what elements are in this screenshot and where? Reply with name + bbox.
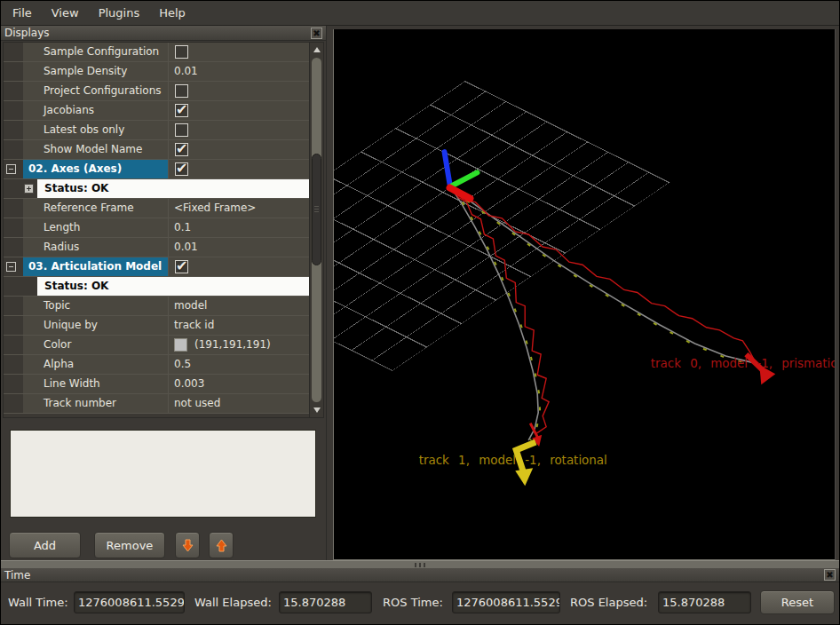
move-down-button[interactable] <box>175 532 200 558</box>
property-value[interactable]: 0.01 <box>168 62 309 81</box>
row-gutter <box>4 355 23 374</box>
time-splitter[interactable] <box>1 560 839 568</box>
tree-row[interactable]: Project Configurations <box>4 82 309 101</box>
checkbox[interactable] <box>175 260 188 273</box>
tree-row[interactable]: Latest obs only <box>4 121 309 140</box>
property-value[interactable]: <Fixed Frame> <box>168 199 309 218</box>
splitter-grip-icon <box>415 563 427 567</box>
property-value[interactable]: 0.5 <box>168 355 309 374</box>
panel-splitter[interactable] <box>326 26 332 560</box>
tree-row[interactable]: Radius 0.01 <box>4 238 309 257</box>
property-label: Latest obs only <box>23 121 168 139</box>
property-value[interactable]: (191,191,191) <box>194 336 271 354</box>
move-up-button[interactable] <box>209 532 234 558</box>
arrow-down-icon <box>182 539 194 552</box>
row-gutter <box>4 82 23 100</box>
tree-row-group-articulation[interactable]: 03. Articulation Model <box>4 257 309 277</box>
track-1-label: track 1, model -1, rotational <box>419 453 607 467</box>
row-gutter <box>4 375 23 393</box>
remove-button[interactable]: Remove <box>94 532 165 558</box>
tree-row-status[interactable]: Status: OK <box>4 179 309 199</box>
scrollbar-thumb[interactable] <box>312 154 321 265</box>
expand-plus-icon[interactable] <box>24 184 34 194</box>
property-label: Line Width <box>23 375 168 393</box>
time-panel-titlebar: Time ✖ <box>1 568 839 582</box>
track-0-label: track 0, model -1, prismatic <box>651 356 835 370</box>
menu-file[interactable]: File <box>3 3 42 23</box>
displays-buttons: Add Remove <box>1 532 326 558</box>
property-value[interactable]: model <box>168 297 309 315</box>
ros-elapsed-field[interactable]: 15.870288 <box>658 591 751 613</box>
track-0: track 0, model -1, prismatic <box>452 187 835 384</box>
property-label: Topic <box>23 297 168 315</box>
scroll-up-icon[interactable] <box>313 47 321 52</box>
collapse-minus-icon[interactable] <box>6 164 16 174</box>
row-gutter <box>4 336 23 354</box>
tree-row[interactable]: Alpha 0.5 <box>4 355 309 375</box>
status-text: Status: OK <box>37 179 309 198</box>
property-label: Project Configurations <box>23 82 168 100</box>
tree-row[interactable]: Sample Density 0.01 <box>4 62 309 82</box>
property-value[interactable]: not used <box>168 394 309 413</box>
checkbox[interactable] <box>175 123 188 137</box>
menu-help[interactable]: Help <box>149 3 195 23</box>
x-axis <box>450 187 471 198</box>
display-group-title[interactable]: 02. Axes (Axes) <box>23 160 168 178</box>
tree-row[interactable]: Length 0.1 <box>4 218 309 238</box>
property-tree: Sample Configuration Sample Density 0.01… <box>3 42 324 418</box>
tree-row[interactable]: Unique by track id <box>4 316 309 336</box>
row-gutter <box>4 316 23 335</box>
property-label: Sample Density <box>23 62 168 81</box>
reset-button[interactable]: Reset <box>760 590 835 614</box>
wall-elapsed-field[interactable]: 15.870288 <box>279 591 372 613</box>
wall-time-field[interactable]: 1276008611.55291 <box>74 591 185 613</box>
property-label: Unique by <box>23 316 168 335</box>
menu-plugins[interactable]: Plugins <box>89 3 150 23</box>
ros-time-field[interactable]: 1276008611.5529 <box>452 591 560 613</box>
checkbox[interactable] <box>175 162 188 176</box>
close-icon[interactable]: ✖ <box>311 28 322 39</box>
property-value[interactable]: track id <box>168 316 309 335</box>
property-value[interactable]: 0.01 <box>168 238 309 257</box>
menu-view[interactable]: View <box>42 3 89 23</box>
tree-row[interactable]: Show Model Name <box>4 140 309 160</box>
tree-row[interactable]: Track number not used <box>4 394 309 414</box>
3d-viewport[interactable]: track 0, model -1, prismatic track 1, mo… <box>333 29 836 560</box>
wall-elapsed-label: Wall Elapsed: <box>194 591 272 614</box>
scene-overlay: track 0, model -1, prismatic track 1, mo… <box>334 29 835 559</box>
tree-row[interactable]: Line Width 0.003 <box>4 375 309 394</box>
property-label: Track number <box>23 394 168 413</box>
close-icon[interactable]: ✖ <box>824 569 836 581</box>
tree-row[interactable]: Reference Frame <Fixed Frame> <box>4 199 309 218</box>
row-gutter <box>4 238 23 257</box>
tree-row-group-axes[interactable]: 02. Axes (Axes) <box>4 160 309 179</box>
checkbox[interactable] <box>175 84 188 98</box>
property-value[interactable]: 0.003 <box>168 375 309 393</box>
tree-scrollbar[interactable] <box>309 43 323 417</box>
checkbox[interactable] <box>175 45 188 59</box>
row-gutter <box>4 121 23 139</box>
checkbox[interactable] <box>175 104 188 117</box>
rviz-window: File View Plugins Help Displays ✖ Sample… <box>0 0 840 625</box>
tree-row[interactable]: Color (191,191,191) <box>4 336 309 355</box>
row-gutter <box>4 277 37 296</box>
scrollbar-track[interactable] <box>312 58 321 402</box>
row-gutter <box>4 297 23 315</box>
add-button[interactable]: Add <box>9 532 81 558</box>
z-axis <box>445 152 450 184</box>
display-group-title[interactable]: 03. Articulation Model <box>23 257 168 276</box>
render-panel: track 0, model -1, prismatic track 1, mo… <box>332 26 839 560</box>
collapse-minus-icon[interactable] <box>6 262 16 272</box>
property-label: Length <box>23 218 168 237</box>
scroll-down-icon[interactable] <box>313 407 321 413</box>
property-value[interactable]: 0.1 <box>168 218 309 237</box>
tree-row[interactable]: Jacobians <box>4 101 309 121</box>
property-label: Reference Frame <box>23 199 168 218</box>
checkbox[interactable] <box>175 143 188 156</box>
color-swatch[interactable] <box>174 338 187 352</box>
tree-row-status[interactable]: Status: OK <box>4 277 309 297</box>
tree-row[interactable]: Sample Configuration <box>4 43 309 62</box>
row-gutter <box>4 179 37 198</box>
tree-row[interactable]: Topic model <box>4 297 309 316</box>
property-label: Radius <box>23 238 168 257</box>
